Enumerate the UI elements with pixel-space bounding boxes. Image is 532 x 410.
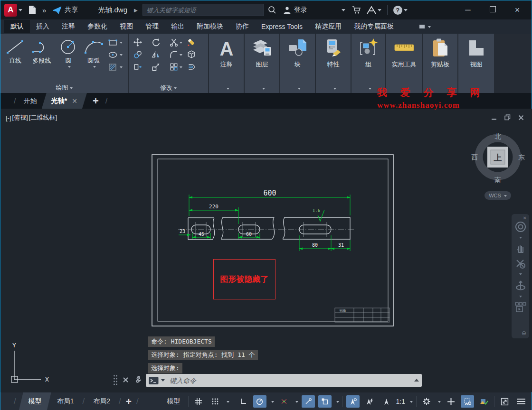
ribbon-tab-manage[interactable]: 管理 xyxy=(139,20,165,33)
login-caret-icon[interactable] xyxy=(342,9,345,13)
model-tab[interactable]: 模型 xyxy=(19,392,51,410)
new-drawing-tab-button[interactable]: + xyxy=(93,95,99,107)
command-drag-handle[interactable] xyxy=(113,374,118,385)
viewcube-north-label[interactable]: 北 xyxy=(494,132,501,140)
layout2-tab[interactable]: 布局2 xyxy=(87,392,116,410)
snap-mode-toggle[interactable] xyxy=(209,395,222,408)
ellipse-flyout-caret-icon[interactable] xyxy=(120,54,123,57)
panel-block[interactable]: 块 xyxy=(280,34,315,93)
layers-panel-caret-icon[interactable] xyxy=(262,88,265,91)
maximize-button[interactable] xyxy=(483,6,502,14)
groups-panel-caret-icon[interactable] xyxy=(369,88,371,91)
tab-drawing-active[interactable]: 光轴* ✕ xyxy=(42,93,87,109)
pan-hand-icon[interactable] xyxy=(515,243,526,254)
mirror-tool-button[interactable] xyxy=(152,50,169,59)
command-input[interactable] xyxy=(169,376,414,385)
isolate-objects-toggle[interactable] xyxy=(461,395,474,408)
workspace-caret-icon[interactable] xyxy=(438,401,441,404)
cart-icon[interactable] xyxy=(352,6,361,14)
panel-view[interactable]: 视图 xyxy=(458,34,494,93)
hatch-tool-button[interactable] xyxy=(108,63,123,71)
panel-layers[interactable]: 图层 xyxy=(245,34,279,93)
workspace-gear-button[interactable] xyxy=(420,395,433,408)
command-options-caret-icon[interactable] xyxy=(161,379,165,383)
navwheel-caret-icon[interactable] xyxy=(519,237,522,240)
viewcube-south-label[interactable]: 南 xyxy=(494,176,501,184)
minimize-button[interactable]: ─ xyxy=(458,6,477,14)
command-close-icon[interactable] xyxy=(123,377,129,383)
app-menu-button[interactable]: A xyxy=(4,4,22,17)
isometric-drafting-toggle[interactable] xyxy=(277,395,291,408)
graphics-performance-button[interactable] xyxy=(477,395,491,408)
arc-flyout-caret-icon[interactable] xyxy=(93,66,96,69)
circle-tool-button[interactable]: 圆 xyxy=(57,37,80,68)
erase-tool-button[interactable] xyxy=(187,38,204,47)
trim-tool-button[interactable] xyxy=(170,38,187,47)
move-tool-button[interactable] xyxy=(133,38,151,47)
ribbon-tab-annotate[interactable]: 注释 xyxy=(56,20,81,33)
viewcube[interactable]: 上 北 南 东 西 xyxy=(464,128,532,187)
help-menu[interactable]: ? xyxy=(393,6,408,15)
copy-tool-button[interactable] xyxy=(133,50,151,59)
zoom-extents-icon[interactable] xyxy=(515,258,526,270)
navbar-collapse-icon[interactable]: ⊖ xyxy=(522,330,526,336)
tab-start[interactable]: 开始 xyxy=(19,93,42,109)
isometric-caret-icon[interactable] xyxy=(295,401,298,404)
ribbon-tab-home[interactable]: 默认 xyxy=(4,20,30,33)
draw-panel-title[interactable]: 绘图 xyxy=(0,84,128,92)
scale-tool-button[interactable] xyxy=(152,63,169,71)
hatch-flyout-caret-icon[interactable] xyxy=(120,66,123,70)
panel-annotate[interactable]: A 注释 xyxy=(209,34,244,93)
clean-screen-button[interactable] xyxy=(498,395,511,408)
object-snap-caret-icon[interactable] xyxy=(336,401,339,404)
fillet-flyout-caret-icon[interactable] xyxy=(180,54,182,57)
ribbon-tab-collaborate[interactable]: 协作 xyxy=(229,20,255,33)
array-flyout-caret-icon[interactable] xyxy=(180,66,182,70)
object-snap-toggle[interactable] xyxy=(318,395,332,408)
command-bar[interactable] xyxy=(146,374,422,387)
zoom-caret-icon[interactable] xyxy=(519,273,522,277)
autodesk-menu[interactable] xyxy=(367,6,381,14)
rectangle-flyout-caret-icon[interactable] xyxy=(120,42,123,45)
orbit-icon[interactable] xyxy=(514,280,527,292)
navbar-close-icon[interactable]: ✕ xyxy=(523,215,527,221)
object-snap-tracking-toggle[interactable] xyxy=(302,395,315,408)
circle-flyout-caret-icon[interactable] xyxy=(68,66,71,69)
panel-groups[interactable]: 组 xyxy=(352,34,385,93)
command-expand-caret-icon[interactable] xyxy=(414,376,419,382)
wcs-dropdown[interactable]: WCS xyxy=(484,191,511,200)
panel-clipboard[interactable]: 剪贴板 xyxy=(423,34,457,93)
rotate-tool-button[interactable] xyxy=(152,38,169,47)
ribbon-tab-express-tools[interactable]: Express Tools xyxy=(255,20,309,33)
scale-caret-icon[interactable] xyxy=(410,401,413,404)
command-terminal-icon[interactable] xyxy=(149,376,159,385)
viewcube-west-label[interactable]: 西 xyxy=(471,153,478,161)
ribbon-tab-featured-apps[interactable]: 精选应用 xyxy=(309,20,348,33)
array-tool-button[interactable] xyxy=(170,63,187,71)
annotate-panel-caret-icon[interactable] xyxy=(227,88,229,91)
explode-tool-button[interactable] xyxy=(187,50,204,59)
rectangle-tool-button[interactable] xyxy=(108,38,123,47)
search-icon[interactable] xyxy=(268,6,276,14)
new-layout-button[interactable]: + xyxy=(126,396,132,407)
arc-tool-button[interactable]: 圆弧 xyxy=(80,37,107,68)
block-panel-caret-icon[interactable] xyxy=(298,88,301,91)
customization-plus-button[interactable] xyxy=(444,395,457,408)
ortho-mode-toggle[interactable] xyxy=(237,395,250,408)
model-space-toggle[interactable]: 模型 xyxy=(163,395,185,408)
search-input[interactable] xyxy=(142,4,264,16)
quick-access-expand-icon[interactable]: » xyxy=(42,6,45,14)
close-button[interactable]: × xyxy=(508,5,527,15)
command-tools-wrench-icon[interactable] xyxy=(133,375,142,384)
ribbon-tab-parametric[interactable]: 参数化 xyxy=(81,20,114,33)
ribbon-tab-my-panel[interactable]: 我的专属面板 xyxy=(348,20,400,33)
navigation-wheel-icon[interactable] xyxy=(514,221,527,233)
ribbon-display-toggle[interactable] xyxy=(419,24,431,29)
view-panel-caret-icon[interactable] xyxy=(476,88,479,91)
line-tool-button[interactable]: 直线 xyxy=(3,37,27,65)
annotation-visibility-toggle[interactable] xyxy=(346,395,360,408)
ribbon-tab-addins[interactable]: 附加模块 xyxy=(190,20,229,33)
polar-caret-icon[interactable] xyxy=(271,401,274,404)
panel-properties[interactable]: 特性 xyxy=(316,34,351,93)
navigation-bar[interactable]: ✕ ⊖ xyxy=(512,214,529,338)
